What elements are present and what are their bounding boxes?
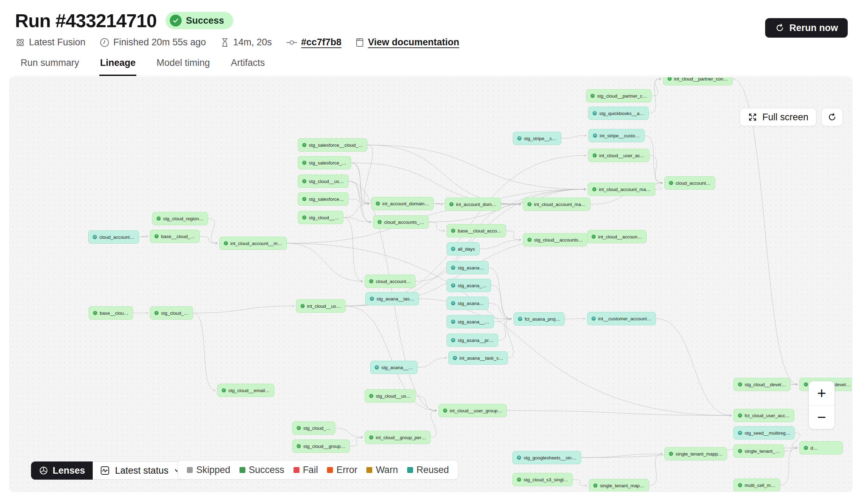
commit-link[interactable]: #cc7f7b8 (286, 37, 342, 48)
lineage-node[interactable]: ⟳stg_seed__multireg… (733, 426, 795, 440)
lineage-node[interactable]: ✓int_cloud_account_ma… (523, 198, 590, 211)
lineage-node[interactable]: ⟳int_asana__task_s… (448, 351, 508, 365)
lineage-node[interactable]: ⟳stg_asana… (447, 297, 489, 310)
tab-run-summary[interactable]: Run summary (20, 55, 80, 76)
lineage-node[interactable]: ✓stg_cloud__devel… (733, 378, 791, 391)
lineage-node[interactable]: ✓stg_cloud__partner_c… (586, 89, 652, 102)
view-documentation-link[interactable]: View documentation (355, 37, 459, 48)
success-status-icon: ✓ (369, 279, 373, 283)
lineage-node[interactable]: ⟳fct_asana_proj… (513, 312, 565, 326)
lineage-node[interactable]: ✓stg_cloud__accounts… (523, 233, 587, 246)
node-label: cloud_accounts_… (384, 220, 424, 225)
lens-status-select[interactable]: Latest status (93, 461, 188, 480)
tab-lineage[interactable]: Lineage (99, 55, 136, 76)
lenses-button-label: Lenses (53, 465, 85, 476)
lineage-node[interactable]: ✓stg_cloud_… (292, 421, 335, 435)
reused-status-icon: ⟳ (451, 266, 455, 270)
reused-status-icon: ⟳ (517, 456, 521, 460)
lineage-node[interactable]: ⟳stg_googlesheets__sin… (512, 451, 581, 464)
lineage-node[interactable]: ✓int_cloud_account_ma… (588, 183, 655, 196)
lineage-node[interactable]: ✓stg_cloud_region… (152, 212, 208, 225)
environment-meta: Latest Fusion (15, 37, 85, 48)
success-status-icon: ✓ (804, 446, 808, 450)
lineage-node[interactable]: ⟳stg_asana__… (447, 315, 494, 328)
node-label: int_account_dom… (456, 202, 496, 207)
refresh-icon (827, 112, 837, 122)
success-status-icon: ✓ (593, 153, 597, 158)
lineage-node[interactable]: ✓base__cloud_… (150, 230, 200, 243)
success-status-icon: ✓ (224, 241, 228, 245)
lineage-node[interactable]: ✓stg_salesforce_… (298, 156, 351, 169)
lineage-node[interactable]: ✓base__cloud_acco… (447, 224, 506, 237)
tab-artifacts[interactable]: Artifacts (230, 55, 266, 76)
lineage-node[interactable]: ✓stg_cloud_s3_singl… (512, 473, 573, 486)
lineage-node[interactable]: ✓single_tenant_mapp… (664, 447, 727, 460)
legend-label: Reused (417, 465, 449, 475)
rerun-button[interactable]: Rerun now (765, 18, 848, 38)
node-label: single_tenant_… (745, 449, 780, 454)
run-meta-row: Latest Fusion Finished 20m 55s ago 14m, … (15, 37, 848, 48)
lineage-node[interactable]: ✓int_cloud__accoun… (587, 230, 647, 243)
lineage-node[interactable]: ✓single_tenant_… (733, 444, 784, 458)
lineage-node[interactable]: ✓single_tenant_map… (589, 479, 649, 492)
lineage-node[interactable]: ⟳int__customer_account… (587, 312, 656, 325)
lineage-node[interactable]: ✓fct_cloud_user_acc… (733, 409, 794, 422)
success-status-icon: ✓ (804, 382, 808, 387)
lineage-node[interactable]: ⟳cloud_account… (88, 230, 139, 244)
lineage-node[interactable]: ⟳stg_asana__… (370, 361, 418, 374)
lineage-node[interactable]: ⟳int_stripe__custo… (588, 129, 645, 142)
lineage-node[interactable]: ⟳all_days (447, 242, 480, 255)
reused-status-icon: ⟳ (451, 301, 455, 305)
lineage-node[interactable]: ⟳stg_quickbooks__a… (588, 107, 649, 120)
lineage-node[interactable]: ✓stg_salesforce__cloud_… (298, 138, 367, 152)
lineage-node[interactable]: ✓stg_cloud__email… (217, 384, 274, 397)
lineage-node[interactable]: ✓stg_cloud__us… (365, 389, 416, 403)
success-status-icon: ✓ (527, 238, 532, 242)
lineage-node[interactable]: ✓stg_cloud__us… (298, 175, 349, 188)
lineage-node[interactable]: ✓int_cloud__user_ac… (588, 149, 649, 162)
legend-swatch-reused (407, 467, 413, 473)
lineage-node[interactable]: ✓int_cloud_account__m… (219, 237, 287, 250)
node-label: stg_cloud_… (161, 311, 189, 316)
lineage-node[interactable]: ✓int_cloud__user_group… (439, 404, 507, 417)
lineage-node[interactable]: ⟳stg_asana_… (447, 279, 491, 292)
lineage-node[interactable]: ⟳stg_stripe__c… (513, 132, 561, 145)
lineage-node[interactable]: ✓stg_salesforce… (298, 192, 349, 206)
node-label: base__cloud_… (161, 234, 195, 239)
lineage-node[interactable]: ✓cloud_account… (664, 176, 715, 190)
node-label: stg_seed__multireg… (745, 430, 790, 436)
tab-model-timing[interactable]: Model timing (156, 55, 211, 76)
legend-item-fail: Fail (294, 465, 318, 475)
lineage-node[interactable]: ✓base__clou… (89, 306, 133, 320)
lineage-node[interactable]: ✓stg_cloud_… (150, 306, 193, 320)
lineage-canvas[interactable]: ✓stg_cloud__partner_c…✓int_cloud__partne… (9, 77, 852, 492)
lineage-node[interactable]: ✓stg_cloud__… (298, 211, 343, 224)
node-label: cloud_account… (376, 279, 411, 284)
refresh-canvas-button[interactable] (821, 108, 843, 126)
success-status-icon: ✓ (157, 216, 161, 221)
lineage-node[interactable]: ✓int_cloud__partner_con… (663, 77, 733, 85)
lineage-node[interactable]: ✓cloud_account… (365, 275, 416, 288)
zoom-in-button[interactable]: + (809, 381, 835, 405)
success-status-icon: ✓ (302, 215, 306, 220)
lineage-node[interactable]: ⟳stg_asana__tas… (365, 292, 419, 305)
page-title: Run #433214710 (15, 10, 157, 31)
lineage-node[interactable]: ✓cloud_accounts_… (373, 215, 429, 229)
lineage-node[interactable]: ✓d… (799, 441, 843, 455)
reused-status-icon: ⟳ (451, 320, 455, 324)
node-label: stg_cloud_… (303, 426, 331, 431)
lenses-button[interactable]: Lenses (31, 461, 93, 480)
lineage-node[interactable]: ✓int_cloud__us… (296, 299, 345, 313)
node-label: stg_asana_… (458, 283, 487, 288)
lineage-node[interactable]: ✓multi_cell_m… (733, 479, 780, 492)
lineage-node[interactable]: ✓int_account_dom… (445, 198, 501, 211)
lineage-node[interactable]: ✓stg_cloud__group… (292, 440, 350, 453)
lineage-node[interactable]: ✓int_account_domain… (371, 197, 434, 210)
node-label: int_cloud__accoun… (598, 234, 642, 239)
node-label: int_cloud__group_per… (376, 435, 426, 440)
lineage-node[interactable]: ⟳stg_asana__pr… (447, 334, 498, 347)
lineage-node[interactable]: ⟳stg_asana… (447, 261, 489, 274)
lineage-node[interactable]: ✓int_cloud__group_per… (365, 431, 430, 444)
fullscreen-button[interactable]: Full screen (740, 108, 816, 126)
zoom-out-button[interactable]: − (809, 405, 835, 429)
